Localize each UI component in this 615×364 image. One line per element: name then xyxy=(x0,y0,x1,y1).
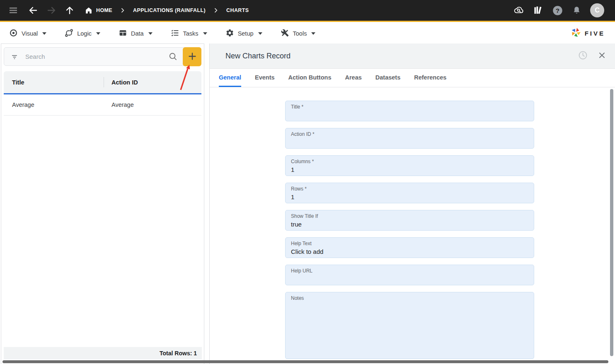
record-header: New Charts Record xyxy=(210,43,615,69)
menu-tools[interactable]: Tools xyxy=(281,29,316,39)
back-arrow-icon[interactable] xyxy=(28,5,38,15)
chevron-down-icon xyxy=(311,32,315,35)
menu-label: Data xyxy=(131,30,144,37)
five-pinwheel-logo-icon xyxy=(570,27,581,40)
chevron-down-icon xyxy=(42,32,46,35)
menu-label: Logic xyxy=(77,30,92,37)
record-header-icons xyxy=(578,50,606,62)
chevron-down-icon xyxy=(96,32,100,35)
field-value: true xyxy=(291,221,528,228)
field-label: Help URL xyxy=(291,268,528,274)
plus-icon xyxy=(187,51,197,63)
field-value xyxy=(291,275,528,282)
breadcrumb-charts[interactable]: CHARTS xyxy=(226,7,249,13)
search-input[interactable] xyxy=(19,53,168,60)
top-navbar: HOME APPLICATIONS (RAINFALL) CHARTS xyxy=(0,0,615,22)
close-icon[interactable] xyxy=(598,51,606,61)
table-row[interactable]: Average Average xyxy=(4,94,201,116)
forward-arrow-icon[interactable] xyxy=(46,5,56,15)
record-tabs: General Events Action Buttons Areas Data… xyxy=(210,69,615,87)
app-menubar: Visual Logic Data Ta xyxy=(0,23,615,43)
row-title-cell: Average xyxy=(4,101,104,108)
chevron-down-icon xyxy=(203,32,207,35)
title-field[interactable]: Title * xyxy=(285,101,534,121)
breadcrumb-home[interactable]: HOME xyxy=(96,7,112,13)
add-record-button[interactable] xyxy=(183,47,201,66)
menu-logic[interactable]: Logic xyxy=(65,29,100,39)
menu-label: Tasks xyxy=(183,30,199,37)
field-value xyxy=(291,111,528,118)
chevron-down-icon xyxy=(148,32,153,35)
brand-text: FIVE xyxy=(585,30,605,37)
field-label: Notes xyxy=(291,295,528,301)
help-url-field[interactable]: Help URL xyxy=(285,265,534,285)
row-action-id-cell: Average xyxy=(104,101,134,108)
record-form: Title * Action ID * Columns * 1 Rows * 1… xyxy=(210,87,615,359)
five-brand: FIVE xyxy=(570,27,615,40)
tab-datasets[interactable]: Datasets xyxy=(375,69,400,87)
tasks-icon xyxy=(171,29,179,39)
list-header: Title Action ID xyxy=(4,71,201,93)
column-divider xyxy=(104,77,104,87)
history-clock-icon[interactable] xyxy=(578,50,588,62)
total-rows-label: Total Rows: 1 xyxy=(160,350,197,357)
user-avatar[interactable]: C xyxy=(590,3,604,17)
search-bar xyxy=(4,47,201,66)
vertical-scrollbar[interactable] xyxy=(610,89,613,356)
gear-icon xyxy=(225,29,234,39)
menu-label: Setup xyxy=(238,30,254,37)
tab-events[interactable]: Events xyxy=(255,69,275,87)
home-icon[interactable] xyxy=(85,6,93,14)
data-grid-icon xyxy=(119,29,127,39)
tab-action-buttons[interactable]: Action Buttons xyxy=(288,69,332,87)
record-form-panel: New Charts Record General Events Action … xyxy=(209,43,615,364)
navbar-right: ? C xyxy=(513,3,615,17)
eye-icon xyxy=(9,29,18,39)
field-label: Action ID * xyxy=(291,131,528,137)
logic-icon xyxy=(65,29,73,39)
field-label: Help Text xyxy=(291,241,528,246)
library-books-icon[interactable] xyxy=(533,5,544,16)
hamburger-menu-icon[interactable] xyxy=(8,5,18,15)
field-value xyxy=(291,303,528,310)
action-id-field[interactable]: Action ID * xyxy=(285,128,534,149)
chevron-right-icon xyxy=(213,7,219,13)
filter-icon[interactable] xyxy=(10,53,19,61)
field-value: Click to add xyxy=(291,248,528,255)
tools-icon xyxy=(281,29,289,39)
field-value: 1 xyxy=(291,166,528,173)
search-icon[interactable] xyxy=(168,52,178,61)
record-title: New Charts Record xyxy=(225,52,291,60)
notifications-bell-icon[interactable] xyxy=(571,5,582,16)
menu-visual[interactable]: Visual xyxy=(9,29,46,39)
navbar-left: HOME APPLICATIONS (RAINFALL) CHARTS xyxy=(0,5,249,15)
menu-setup[interactable]: Setup xyxy=(225,29,262,39)
chevron-down-icon xyxy=(258,32,262,35)
menu-label: Tools xyxy=(293,30,307,37)
breadcrumb-applications[interactable]: APPLICATIONS (RAINFALL) xyxy=(133,7,206,13)
tab-areas[interactable]: Areas xyxy=(345,69,361,87)
notes-field[interactable]: Notes xyxy=(285,292,534,359)
records-list-panel: Title Action ID Average Average Total Ro… xyxy=(1,43,204,364)
cloud-search-icon[interactable] xyxy=(513,5,525,16)
up-arrow-icon[interactable] xyxy=(65,5,75,15)
menu-tasks[interactable]: Tasks xyxy=(171,29,207,39)
field-value xyxy=(291,139,528,146)
tab-references[interactable]: References xyxy=(414,69,446,87)
column-header-title[interactable]: Title xyxy=(4,79,104,86)
rows-field[interactable]: Rows * 1 xyxy=(285,183,534,203)
field-value: 1 xyxy=(291,193,528,200)
help-icon[interactable]: ? xyxy=(552,5,563,16)
horizontal-scrollbar[interactable] xyxy=(2,360,608,363)
help-text-field[interactable]: Help Text Click to add xyxy=(285,237,534,258)
chevron-right-icon xyxy=(120,7,126,13)
svg-text:?: ? xyxy=(556,7,559,14)
columns-field[interactable]: Columns * 1 xyxy=(285,155,534,176)
field-label: Columns * xyxy=(291,159,528,164)
menu-data[interactable]: Data xyxy=(119,29,153,39)
column-header-action-id[interactable]: Action ID xyxy=(104,79,138,86)
tab-general[interactable]: General xyxy=(219,69,241,87)
field-label: Title * xyxy=(291,104,528,110)
menu-label: Visual xyxy=(22,30,38,37)
show-title-if-field[interactable]: Show Title If true xyxy=(285,210,534,231)
